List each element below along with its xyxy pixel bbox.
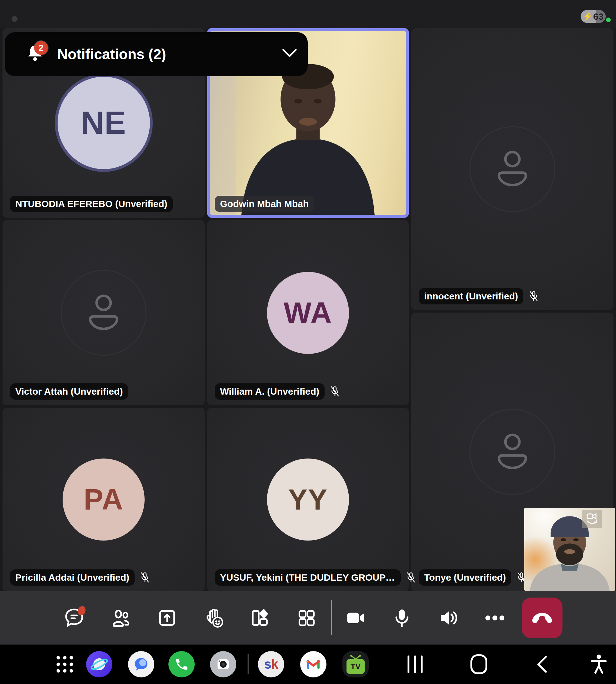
nav-divider: [248, 654, 248, 674]
participant-name: Godwin Mbah Mbah: [215, 196, 314, 212]
status-bar: ⚡63: [0, 0, 616, 28]
participant-name: William A. (Unverified): [215, 383, 325, 400]
battery-percent: 63: [593, 11, 603, 22]
reactions-button[interactable]: [201, 605, 226, 630]
accessibility-button[interactable]: [589, 654, 608, 675]
recents-icon: [406, 654, 424, 674]
gallery-view-icon: [295, 607, 318, 629]
chat-button[interactable]: [62, 605, 87, 630]
apps-icon: [248, 607, 271, 629]
avatar-initials: NE: [81, 105, 127, 141]
more-button[interactable]: [482, 605, 507, 630]
participants-icon: [110, 607, 132, 629]
phone-icon: [169, 651, 195, 678]
speaker-button[interactable]: [436, 605, 461, 630]
mic-off-icon: [139, 572, 151, 583]
avatar-initials: YY: [288, 483, 328, 516]
internet-browser-icon: [86, 651, 112, 678]
participant-name: Pricilla Addai (Unverified): [10, 569, 135, 586]
front-camera-punch-hole: [12, 16, 18, 22]
tv-label: TV: [351, 662, 360, 671]
participant-name: Victor Attah (Unverified): [10, 383, 128, 400]
end-call-button[interactable]: [522, 598, 563, 638]
home-button[interactable]: [470, 654, 488, 675]
apps-button[interactable]: [247, 605, 272, 630]
phone-app[interactable]: [169, 651, 195, 678]
person-silhouette-icon: [469, 126, 555, 212]
battery-indicator: ⚡63: [580, 10, 606, 23]
notification-count-badge: 2: [34, 41, 48, 55]
end-call-handset-icon: [532, 611, 552, 625]
sketchbook-icon: sk: [258, 651, 284, 678]
avatar: YY: [267, 458, 349, 540]
messages-icon: [128, 651, 154, 678]
participant-name: YUSUF, Yekini (THE DUDLEY GROUP …: [215, 569, 401, 586]
avatar: PA: [63, 458, 145, 540]
raise-hand-reactions-icon: [202, 607, 225, 629]
toolbar-divider: [331, 600, 332, 635]
microphone-button[interactable]: [389, 605, 414, 630]
charging-bolt-icon: ⚡: [583, 12, 593, 21]
notifications-banner[interactable]: 2 Notifications (2): [5, 32, 308, 76]
participant-name: NTUBODIA EFEREBO (Unverified): [10, 196, 173, 212]
mic-off-icon: [329, 386, 341, 398]
speaker-icon: [437, 607, 460, 629]
avatar: NE: [58, 77, 150, 169]
participant-name: Tonye (Unverified): [419, 569, 511, 586]
tv-icon: TV: [343, 651, 369, 678]
home-icon: [470, 654, 488, 675]
gmail-icon: [300, 651, 327, 678]
messages-app[interactable]: [128, 651, 154, 678]
more-dots-icon: [484, 607, 506, 629]
app-drawer-icon: [54, 654, 75, 675]
participant-name: innocent (Unverified): [419, 288, 523, 304]
mic-off-icon: [528, 290, 540, 302]
participant-tile[interactable]: WA William A. (Unverified): [207, 220, 409, 405]
self-view-video[interactable]: [524, 508, 615, 591]
back-icon: [536, 655, 548, 674]
chevron-down-icon[interactable]: [281, 48, 298, 59]
sketchbook-label: sk: [264, 657, 278, 672]
camera-flip-button[interactable]: [582, 510, 602, 528]
app-drawer-button[interactable]: [54, 654, 75, 675]
participants-button[interactable]: [108, 605, 133, 630]
participant-tile[interactable]: PA Pricilla Addai (Unverified): [2, 408, 205, 591]
recents-button[interactable]: [406, 654, 424, 674]
microphone-icon: [391, 607, 413, 629]
participant-tile[interactable]: Victor Attah (Unverified): [2, 220, 205, 405]
video-button[interactable]: [343, 605, 368, 630]
notifications-title: Notifications (2): [57, 46, 166, 63]
avatar-initials: PA: [84, 483, 124, 516]
participant-tile[interactable]: YY YUSUF, Yekini (THE DUDLEY GROUP …: [207, 408, 409, 591]
person-silhouette-icon: [469, 409, 555, 495]
gmail-app[interactable]: [300, 651, 327, 678]
camera-icon: [210, 651, 236, 678]
back-button[interactable]: [536, 655, 548, 674]
meeting-screen: ⚡63 NE NTUBODIA EFEREBO (Unverified) God…: [0, 0, 616, 684]
accessibility-icon: [589, 654, 608, 675]
participant-tile[interactable]: innocent (Unverified): [411, 28, 614, 310]
sketchbook-app[interactable]: sk: [258, 651, 284, 678]
person-silhouette-icon: [61, 270, 147, 356]
tv-app[interactable]: TV: [343, 651, 369, 678]
avatar: WA: [267, 272, 349, 354]
view-gallery-button[interactable]: [294, 605, 319, 630]
camera-flip-icon: [585, 512, 599, 526]
camera-app[interactable]: [210, 651, 236, 678]
android-nav-bar: sk TV: [0, 644, 616, 684]
status-green-dot: [606, 18, 611, 22]
video-camera-icon: [344, 607, 367, 629]
share-screen-button[interactable]: [155, 605, 180, 630]
call-toolbar: [0, 591, 616, 644]
mic-off-icon: [405, 572, 417, 583]
share-screen-icon: [156, 607, 178, 629]
avatar-initials: WA: [284, 296, 332, 330]
internet-browser-app[interactable]: [86, 651, 112, 678]
